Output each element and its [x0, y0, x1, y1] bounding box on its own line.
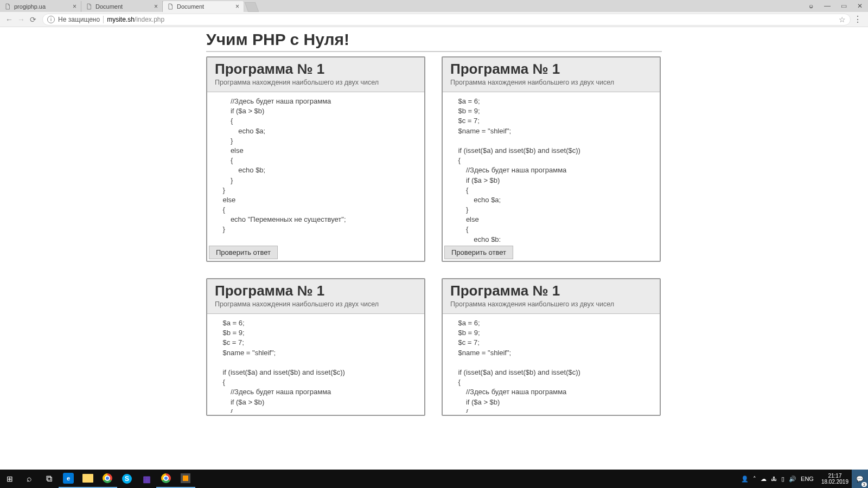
- chrome-icon: [161, 473, 171, 483]
- system-tray: 👤 ˄ ☁ 🖧 ▯ 🔊 ENG: [737, 476, 818, 483]
- browser-tab-1[interactable]: Document ×: [81, 1, 163, 12]
- taskview-icon: ⧉: [46, 474, 52, 484]
- url-host: mysite.sh: [107, 16, 135, 23]
- tab-title: Document: [177, 3, 204, 10]
- tab-title: Document: [95, 3, 123, 10]
- info-icon[interactable]: i: [47, 16, 55, 23]
- url-input[interactable]: i Не защищено mysite.sh/index.php ☆: [42, 14, 851, 25]
- file-icon: [86, 3, 92, 10]
- chrome-app-2[interactable]: [156, 470, 176, 488]
- browser-menu-button[interactable]: ⋮: [851, 14, 865, 24]
- start-button[interactable]: ⊞: [0, 470, 20, 488]
- security-label: Не защищено: [58, 16, 100, 23]
- tab-title: progiphp.ua: [14, 3, 46, 10]
- bookmark-star-icon[interactable]: ☆: [839, 15, 846, 24]
- chrome-icon: [103, 473, 112, 483]
- card-title: Программа № 1: [215, 282, 417, 299]
- edge-app[interactable]: e: [59, 470, 78, 488]
- card-header: Программа № 1 Программа нахождения наибо…: [207, 57, 424, 92]
- skype-app[interactable]: S: [117, 470, 137, 488]
- language-indicator[interactable]: ENG: [801, 476, 814, 482]
- card-subtitle: Программа нахождения наибольшего из двух…: [215, 79, 417, 86]
- tab-bar: progiphp.ua × Document × Document × ☺ — …: [0, 0, 868, 12]
- app-icon: ▦: [143, 474, 151, 484]
- check-answer-button[interactable]: Проверить ответ: [209, 246, 278, 259]
- tray-chevron-icon: ˄: [753, 476, 756, 483]
- browser-chrome: progiphp.ua × Document × Document × ☺ — …: [0, 0, 868, 27]
- card-subtitle: Программа нахождения наибольшего из двух…: [215, 300, 417, 308]
- people-icon[interactable]: 👤: [741, 476, 749, 483]
- card-subtitle: Программа нахождения наибольшего из двух…: [450, 79, 652, 86]
- browser-tab-0[interactable]: progiphp.ua ×: [0, 1, 81, 12]
- task-view-button[interactable]: ⧉: [39, 470, 59, 488]
- code-area[interactable]: $a = 6; $b = 9; $c = 7; $name = "shleif"…: [209, 316, 422, 413]
- card-title: Программа № 1: [450, 282, 652, 299]
- close-icon[interactable]: ×: [154, 3, 158, 10]
- close-icon[interactable]: ×: [235, 3, 239, 10]
- windows-taskbar: ⊞ ⌕ ⧉ e S ▦ 👤 ˄ ☁ 🖧 ▯ 🔊 ENG 21:17 18.02.…: [0, 470, 868, 488]
- code-area[interactable]: $a = 6; $b = 9; $c = 7; $name = "shleif"…: [445, 316, 658, 413]
- window-controls: ☺ — ▭ ✕: [803, 0, 868, 12]
- skype-icon: S: [122, 474, 132, 484]
- program-card: Программа № 1 Программа нахождения наибо…: [442, 278, 661, 416]
- card-title: Программа № 1: [450, 61, 652, 78]
- sublime-app[interactable]: [176, 470, 195, 488]
- sublime-icon: [181, 473, 190, 483]
- close-window-button[interactable]: ✕: [852, 0, 868, 12]
- cards-grid: Программа № 1 Программа нахождения наибо…: [206, 56, 662, 416]
- volume-icon[interactable]: 🔊: [789, 476, 796, 483]
- account-icon[interactable]: ☺: [803, 3, 819, 9]
- notification-icon: 💬: [856, 476, 864, 483]
- search-button[interactable]: ⌕: [20, 470, 39, 488]
- forward-button[interactable]: →: [15, 14, 27, 25]
- notification-center[interactable]: 💬 3: [852, 470, 868, 488]
- file-icon: [4, 3, 11, 10]
- check-answer-button[interactable]: Проверить ответ: [444, 246, 513, 259]
- file-icon: [167, 3, 174, 10]
- program-card: Программа № 1 Программа нахождения наибо…: [206, 56, 425, 262]
- url-path: /index.php: [135, 16, 164, 23]
- page-title: Учим PHP с Нуля!: [206, 30, 662, 52]
- onedrive-icon[interactable]: ☁: [761, 476, 767, 483]
- page-content: Учим PHP с Нуля! Программа № 1 Программа…: [206, 27, 662, 416]
- browser-tab-2[interactable]: Document ×: [163, 1, 244, 12]
- card-subtitle: Программа нахождения наибольшего из двух…: [450, 300, 652, 308]
- folder-icon: [82, 474, 93, 483]
- program-card: Программа № 1 Программа нахождения наибо…: [442, 56, 661, 262]
- network-icon[interactable]: 🖧: [771, 476, 777, 482]
- maximize-button[interactable]: ▭: [835, 0, 852, 12]
- back-button[interactable]: ←: [3, 14, 15, 25]
- taskbar-clock[interactable]: 21:17 18.02.2019: [818, 473, 852, 485]
- clock-time: 21:17: [821, 473, 848, 479]
- close-icon[interactable]: ×: [73, 3, 76, 10]
- program-card: Программа № 1 Программа нахождения наибо…: [206, 278, 425, 416]
- address-bar: ← → ⟳ i Не защищено mysite.sh/index.php …: [0, 12, 868, 27]
- page-viewport[interactable]: Учим PHP с Нуля! Программа № 1 Программа…: [0, 27, 868, 453]
- file-explorer-app[interactable]: [78, 470, 98, 488]
- app-button[interactable]: ▦: [137, 470, 156, 488]
- new-tab-button[interactable]: [245, 2, 259, 12]
- card-title: Программа № 1: [215, 61, 417, 78]
- minimize-button[interactable]: —: [819, 0, 835, 12]
- code-area[interactable]: //Здесь будет наша программа if ($a > $b…: [209, 94, 422, 242]
- card-header: Программа № 1 Программа нахождения наибо…: [207, 279, 424, 314]
- reload-button[interactable]: ⟳: [27, 14, 39, 25]
- windows-icon: ⊞: [7, 474, 13, 483]
- card-header: Программа № 1 Программа нахождения наибо…: [443, 279, 660, 314]
- divider: [103, 16, 104, 23]
- battery-icon[interactable]: ▯: [781, 476, 784, 483]
- notification-badge: 3: [861, 482, 867, 487]
- code-area[interactable]: $a = 6; $b = 9; $c = 7; $name = "shleif"…: [445, 94, 658, 242]
- chrome-app[interactable]: [98, 470, 117, 488]
- edge-icon: e: [63, 473, 74, 484]
- card-header: Программа № 1 Программа нахождения наибо…: [443, 57, 660, 92]
- clock-date: 18.02.2019: [821, 479, 848, 485]
- search-icon: ⌕: [27, 474, 32, 484]
